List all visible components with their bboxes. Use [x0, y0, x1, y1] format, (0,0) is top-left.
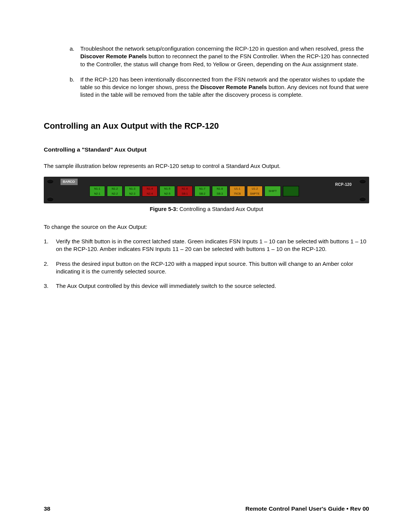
heading-sub: Controlling a "Standard" Aux Output — [44, 146, 369, 154]
figure-caption: Figure 5-3: Controlling a Standard Aux O… — [44, 206, 369, 213]
blank-button — [283, 186, 299, 197]
button-top-label: N1-4 — [142, 186, 157, 191]
shift-button: SHIFT — [264, 186, 281, 197]
button-top-label: N1-6 — [177, 186, 192, 191]
step-marker: 3. — [44, 282, 53, 290]
panel-button: U1-2SMPTE — [247, 186, 263, 197]
step-marker: 1. — [44, 238, 53, 253]
button-bottom-label: N2-5 — [160, 191, 175, 196]
lettered-list: a. Troubleshoot the network setup/config… — [44, 45, 369, 99]
button-top-label: N1-2 — [107, 186, 122, 191]
rack-screw-icon — [360, 179, 366, 183]
page-number: 38 — [44, 505, 50, 513]
heading-main: Controlling an Aux Output with the RCP-1… — [44, 120, 369, 132]
button-top-label: N1-5 — [160, 186, 175, 191]
panel-button: N1-7SB-2 — [194, 186, 210, 197]
page-footer: 38 Remote Control Panel User's Guide • R… — [44, 505, 369, 513]
panel-button: N1-6SB-1 — [177, 186, 193, 197]
button-bottom-label: SB-3 — [212, 191, 227, 196]
bold-run: Discover Remote Panels — [200, 84, 267, 90]
panel-button: N1-2N2-2 — [107, 186, 123, 197]
button-top-label: N1-3 — [125, 186, 140, 191]
panel-button: N1-8SB-3 — [212, 186, 228, 197]
button-top-label: N1-1 — [90, 186, 105, 191]
bold-run: Discover Remote Panels — [80, 53, 147, 59]
figure-label: Figure 5-3: — [150, 206, 178, 212]
list-text: Troubleshoot the network setup/configura… — [80, 45, 369, 68]
button-bottom-label: SB-1 — [177, 191, 192, 196]
button-row: N1-1N2-1N1-2N2-2N1-3N2-3N1-4N2-4N1-5N2-5… — [89, 186, 299, 197]
figure-panel: BARCO RCP-120 N1-1N2-1N1-2N2-2N1-3N2-3N1… — [44, 177, 369, 203]
button-bottom-label: N2-1 — [90, 191, 105, 196]
intro-paragraph: The sample illustration below represents… — [44, 162, 369, 170]
panel-button: N1-3N2-3 — [124, 186, 140, 197]
figure-text: Controlling a Standard Aux Output — [178, 206, 263, 212]
button-bottom-label: SMPTE — [247, 191, 262, 196]
rack-screw-icon — [360, 197, 366, 201]
text-run: Troubleshoot the network setup/configura… — [80, 45, 364, 52]
rack-screw-icon — [47, 197, 53, 201]
list-item-b: b. If the RCP-120 has been intentionally… — [70, 76, 369, 99]
list-text: If the RCP-120 has been intentionally di… — [80, 76, 369, 99]
panel-button: N1-4N2-4 — [142, 186, 158, 197]
list-marker: a. — [70, 45, 78, 68]
brand-logo: BARCO — [61, 179, 78, 185]
document-page: a. Troubleshoot the network setup/config… — [0, 0, 411, 532]
button-top-label: U1-2 — [247, 186, 262, 191]
step-item: 1.Verify the Shift button is in the corr… — [44, 238, 369, 253]
numbered-steps: 1.Verify the Shift button is in the corr… — [44, 238, 369, 290]
button-bottom-label: SB-2 — [195, 191, 210, 196]
list-item-a: a. Troubleshoot the network setup/config… — [70, 45, 369, 68]
step-text: Verify the Shift button is in the correc… — [56, 238, 369, 253]
step-item: 2.Press the desired input button on the … — [44, 260, 369, 276]
panel-button: U1-175CB — [229, 186, 245, 197]
button-bottom-label: N2-3 — [125, 191, 140, 196]
model-label: RCP-120 — [335, 182, 352, 187]
step-text: The Aux Output controlled by this device… — [56, 282, 276, 290]
step-item: 3.The Aux Output controlled by this devi… — [44, 282, 369, 290]
lead-in-paragraph: To change the source on the Aux Output: — [44, 223, 369, 231]
button-bottom-label: N2-4 — [142, 191, 157, 196]
button-top-label: N1-7 — [195, 186, 210, 191]
panel-button: N1-1N2-1 — [89, 186, 105, 197]
rack-screw-icon — [47, 179, 53, 183]
button-top-label: N1-8 — [212, 186, 227, 191]
button-bottom-label: N2-2 — [107, 191, 122, 196]
step-marker: 2. — [44, 260, 53, 276]
panel-button: N1-5N2-5 — [159, 186, 175, 197]
button-bottom-label: 75CB — [230, 191, 245, 196]
footer-title: Remote Control Panel User's Guide • Rev … — [245, 505, 369, 513]
button-top-label: U1-1 — [230, 186, 245, 191]
list-marker: b. — [70, 76, 78, 99]
rcp-120-panel: BARCO RCP-120 N1-1N2-1N1-2N2-2N1-3N2-3N1… — [44, 177, 369, 203]
step-text: Press the desired input button on the RC… — [56, 260, 369, 276]
